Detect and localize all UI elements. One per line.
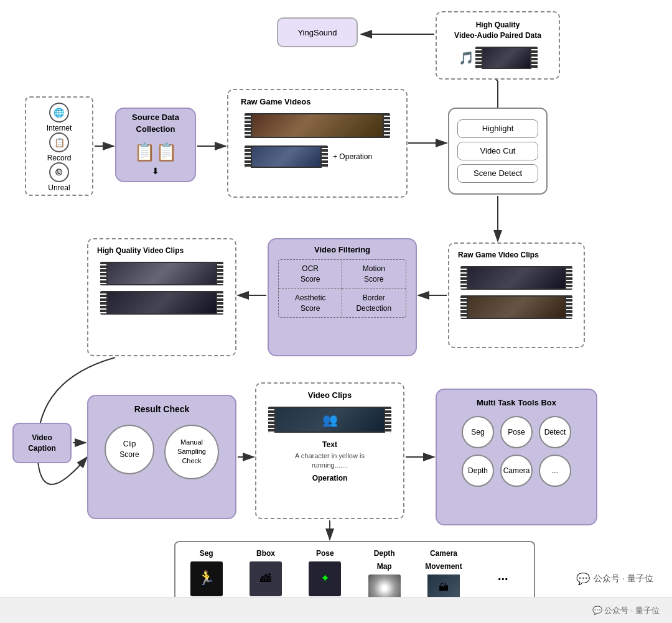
rc-label: Result Check [134, 404, 190, 416]
source-box: 🌐 Internet 📋 Record Ⓤ Unreal [25, 96, 93, 196]
vf-motion: MotionScore [342, 260, 406, 289]
internet-label: Internet [47, 124, 72, 132]
yingsound-box: YingSound [277, 17, 358, 47]
rgvc-box: Raw Game Video Clips [448, 242, 585, 348]
hvs-box: Highlight Video Cut Scene Detect [448, 108, 548, 195]
tool-pose: Pose [500, 416, 533, 448]
operation-label: + Operation [333, 152, 372, 162]
manual-sampling-circle: Manual Sampling Check [164, 425, 219, 479]
vclips-label: Video Clips [308, 390, 352, 401]
diagram: YingSound High QualityVideo-Audio Paired… [0, 0, 672, 597]
vf-border: BorderDectection [342, 289, 406, 318]
mttb-box: Multi Task Tools Box Seg Pose Detect Dep… [436, 389, 597, 525]
unreal-icon: Ⓤ [49, 162, 69, 182]
record-icon: 📋 [49, 132, 69, 152]
videocut-box: Video Cut [457, 142, 538, 160]
source-unreal: Ⓤ Unreal [48, 162, 70, 192]
watermark-text: 公众号 · 量子位 [594, 573, 653, 584]
out-movement-label: Movement [425, 561, 462, 572]
out-map-label: Map [377, 561, 392, 572]
sdc-box: Source Data Collection 📋📋 ⬇ [115, 108, 196, 182]
tool-camera: Camera [500, 455, 533, 487]
clip-score-circle: Clip Score [105, 425, 154, 474]
out-camera-label: Camera [430, 548, 457, 559]
sdc-icon2: ⬇ [152, 165, 159, 178]
vf-label: Video Filtering [314, 244, 370, 256]
hqvapd-box: High QualityVideo-Audio Paired Data 🎵 [436, 11, 560, 80]
text-label: Text [322, 440, 337, 450]
out-seg-label: Seg [200, 548, 213, 559]
vf-box: Video Filtering OCRScore MotionScore Aes… [268, 238, 417, 356]
text-content: A character in yellow is running....... [295, 451, 365, 471]
operation-label2: Operation [312, 473, 348, 484]
scenedetect-box: Scene Detect [457, 164, 538, 183]
manual-sampling-label: Manual Sampling Check [177, 438, 206, 466]
hqvapd-label: High QualityVideo-Audio Paired Data [454, 20, 541, 41]
rgvc-label: Raw Game Video Clips [455, 250, 539, 261]
watermark-icon: 💬 [576, 572, 590, 586]
tool-dots: ... [539, 455, 571, 487]
source-record: 📋 Record [47, 132, 72, 162]
yingsound-label: YingSound [297, 28, 337, 37]
hqvc-label: High Quality Video Clips [95, 246, 184, 256]
mttb-label: Multi Task Tools Box [477, 397, 556, 408]
source-internet: 🌐 Internet [47, 103, 72, 132]
vf-aesthetic: AestheticScore [279, 289, 342, 318]
tool-seg: Seg [462, 416, 494, 448]
footer-watermark: 💬 公众号 · 量子位 [592, 605, 660, 616]
footer-bar: 💬 公众号 · 量子位 [0, 597, 672, 623]
out-bbox-label: Bbox [256, 548, 275, 559]
highlight-box: Highlight [457, 119, 538, 138]
highlight-label: Highlight [482, 124, 514, 133]
sdc-label: Source Data Collection [132, 112, 179, 134]
vc-label: Video Caption [28, 433, 56, 454]
tool-detect: Detect [539, 416, 571, 448]
out-depth-label: Depth [374, 548, 395, 559]
out-pose-label: Pose [316, 548, 334, 559]
videocut-label: Video Cut [480, 146, 516, 155]
sdc-icon: 📋📋 [134, 140, 177, 164]
hqvc-box: High Quality Video Clips [87, 238, 236, 356]
internet-icon: 🌐 [49, 103, 69, 122]
rgv-box: Raw Game Videos + Operation [227, 89, 408, 198]
vc-box: Video Caption [12, 423, 72, 463]
unreal-label: Unreal [48, 183, 70, 192]
clip-score-label: Clip Score [119, 439, 139, 460]
watermark: 💬 公众号 · 量子位 [576, 572, 653, 586]
rc-box: Result Check Clip Score Manual Sampling … [87, 395, 236, 519]
rgv-label: Raw Game Videos [235, 96, 310, 108]
out-dots: ... [498, 567, 508, 584]
tool-depth: Depth [462, 455, 494, 487]
vf-ocr: OCRScore [279, 260, 342, 289]
record-label: Record [47, 154, 72, 162]
vclips-box: Video Clips 👥 Text A character in yellow… [255, 382, 404, 519]
scenedetect-label: Scene Detect [474, 168, 522, 178]
